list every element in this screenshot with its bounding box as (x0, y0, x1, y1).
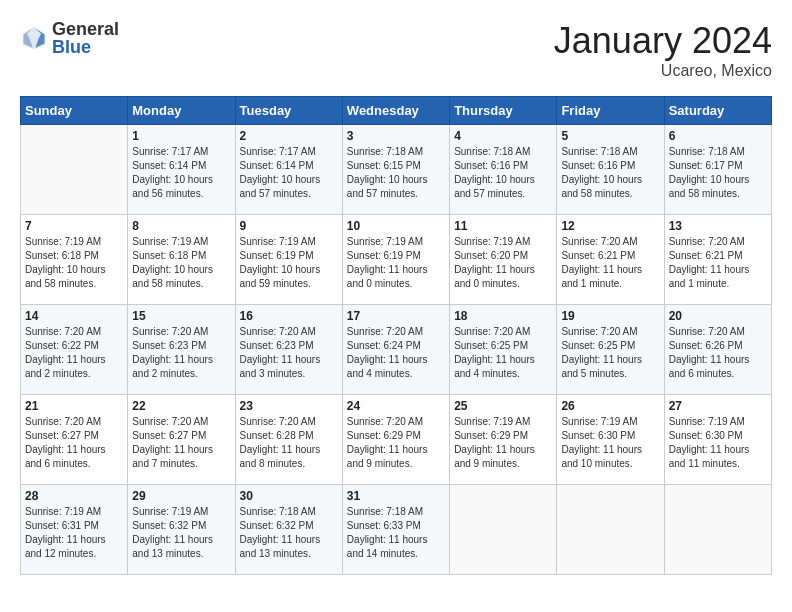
calendar-cell: 26Sunrise: 7:19 AMSunset: 6:30 PMDayligh… (557, 395, 664, 485)
day-number: 14 (25, 309, 123, 323)
day-info: Sunrise: 7:20 AMSunset: 6:25 PMDaylight:… (454, 325, 552, 381)
day-info: Sunrise: 7:17 AMSunset: 6:14 PMDaylight:… (132, 145, 230, 201)
day-info: Sunrise: 7:20 AMSunset: 6:28 PMDaylight:… (240, 415, 338, 471)
day-info: Sunrise: 7:19 AMSunset: 6:30 PMDaylight:… (561, 415, 659, 471)
day-number: 26 (561, 399, 659, 413)
calendar-cell: 3Sunrise: 7:18 AMSunset: 6:15 PMDaylight… (342, 125, 449, 215)
day-number: 28 (25, 489, 123, 503)
calendar-cell (21, 125, 128, 215)
calendar-cell (664, 485, 771, 575)
day-number: 3 (347, 129, 445, 143)
day-number: 11 (454, 219, 552, 233)
calendar-cell: 29Sunrise: 7:19 AMSunset: 6:32 PMDayligh… (128, 485, 235, 575)
day-info: Sunrise: 7:20 AMSunset: 6:29 PMDaylight:… (347, 415, 445, 471)
calendar-cell: 31Sunrise: 7:18 AMSunset: 6:33 PMDayligh… (342, 485, 449, 575)
calendar-cell: 20Sunrise: 7:20 AMSunset: 6:26 PMDayligh… (664, 305, 771, 395)
calendar-cell: 8Sunrise: 7:19 AMSunset: 6:18 PMDaylight… (128, 215, 235, 305)
day-info: Sunrise: 7:20 AMSunset: 6:25 PMDaylight:… (561, 325, 659, 381)
day-number: 15 (132, 309, 230, 323)
day-number: 4 (454, 129, 552, 143)
day-info: Sunrise: 7:17 AMSunset: 6:14 PMDaylight:… (240, 145, 338, 201)
calendar-cell: 30Sunrise: 7:18 AMSunset: 6:32 PMDayligh… (235, 485, 342, 575)
calendar-cell: 25Sunrise: 7:19 AMSunset: 6:29 PMDayligh… (450, 395, 557, 485)
header-day-wednesday: Wednesday (342, 97, 449, 125)
day-number: 17 (347, 309, 445, 323)
day-info: Sunrise: 7:20 AMSunset: 6:24 PMDaylight:… (347, 325, 445, 381)
calendar-cell: 16Sunrise: 7:20 AMSunset: 6:23 PMDayligh… (235, 305, 342, 395)
calendar-cell: 18Sunrise: 7:20 AMSunset: 6:25 PMDayligh… (450, 305, 557, 395)
day-info: Sunrise: 7:19 AMSunset: 6:20 PMDaylight:… (454, 235, 552, 291)
day-number: 21 (25, 399, 123, 413)
calendar-cell (450, 485, 557, 575)
day-number: 5 (561, 129, 659, 143)
day-info: Sunrise: 7:20 AMSunset: 6:26 PMDaylight:… (669, 325, 767, 381)
day-info: Sunrise: 7:18 AMSunset: 6:15 PMDaylight:… (347, 145, 445, 201)
calendar-cell: 27Sunrise: 7:19 AMSunset: 6:30 PMDayligh… (664, 395, 771, 485)
day-number: 27 (669, 399, 767, 413)
day-number: 22 (132, 399, 230, 413)
day-info: Sunrise: 7:19 AMSunset: 6:19 PMDaylight:… (240, 235, 338, 291)
calendar-week-5: 28Sunrise: 7:19 AMSunset: 6:31 PMDayligh… (21, 485, 772, 575)
day-info: Sunrise: 7:20 AMSunset: 6:27 PMDaylight:… (25, 415, 123, 471)
logo-text: General Blue (52, 20, 119, 56)
day-number: 31 (347, 489, 445, 503)
calendar-cell: 12Sunrise: 7:20 AMSunset: 6:21 PMDayligh… (557, 215, 664, 305)
month-title: January 2024 (554, 20, 772, 62)
header-day-saturday: Saturday (664, 97, 771, 125)
day-number: 6 (669, 129, 767, 143)
calendar-body: 1Sunrise: 7:17 AMSunset: 6:14 PMDaylight… (21, 125, 772, 575)
day-number: 20 (669, 309, 767, 323)
day-info: Sunrise: 7:19 AMSunset: 6:29 PMDaylight:… (454, 415, 552, 471)
day-info: Sunrise: 7:18 AMSunset: 6:16 PMDaylight:… (561, 145, 659, 201)
header-day-friday: Friday (557, 97, 664, 125)
day-info: Sunrise: 7:18 AMSunset: 6:17 PMDaylight:… (669, 145, 767, 201)
calendar-week-3: 14Sunrise: 7:20 AMSunset: 6:22 PMDayligh… (21, 305, 772, 395)
header-day-tuesday: Tuesday (235, 97, 342, 125)
logo-blue-text: Blue (52, 38, 119, 56)
day-info: Sunrise: 7:19 AMSunset: 6:19 PMDaylight:… (347, 235, 445, 291)
calendar-cell: 5Sunrise: 7:18 AMSunset: 6:16 PMDaylight… (557, 125, 664, 215)
calendar-cell: 11Sunrise: 7:19 AMSunset: 6:20 PMDayligh… (450, 215, 557, 305)
day-info: Sunrise: 7:20 AMSunset: 6:23 PMDaylight:… (240, 325, 338, 381)
day-info: Sunrise: 7:19 AMSunset: 6:31 PMDaylight:… (25, 505, 123, 561)
location: Ucareo, Mexico (554, 62, 772, 80)
calendar-cell: 15Sunrise: 7:20 AMSunset: 6:23 PMDayligh… (128, 305, 235, 395)
calendar-cell: 2Sunrise: 7:17 AMSunset: 6:14 PMDaylight… (235, 125, 342, 215)
day-number: 12 (561, 219, 659, 233)
day-info: Sunrise: 7:20 AMSunset: 6:22 PMDaylight:… (25, 325, 123, 381)
calendar-cell: 1Sunrise: 7:17 AMSunset: 6:14 PMDaylight… (128, 125, 235, 215)
day-number: 24 (347, 399, 445, 413)
day-number: 10 (347, 219, 445, 233)
calendar-cell (557, 485, 664, 575)
calendar-cell: 21Sunrise: 7:20 AMSunset: 6:27 PMDayligh… (21, 395, 128, 485)
day-number: 23 (240, 399, 338, 413)
day-info: Sunrise: 7:20 AMSunset: 6:21 PMDaylight:… (561, 235, 659, 291)
day-number: 18 (454, 309, 552, 323)
calendar-week-2: 7Sunrise: 7:19 AMSunset: 6:18 PMDaylight… (21, 215, 772, 305)
calendar-week-1: 1Sunrise: 7:17 AMSunset: 6:14 PMDaylight… (21, 125, 772, 215)
header-day-monday: Monday (128, 97, 235, 125)
calendar-cell: 9Sunrise: 7:19 AMSunset: 6:19 PMDaylight… (235, 215, 342, 305)
day-number: 13 (669, 219, 767, 233)
day-number: 16 (240, 309, 338, 323)
calendar-cell: 24Sunrise: 7:20 AMSunset: 6:29 PMDayligh… (342, 395, 449, 485)
day-number: 9 (240, 219, 338, 233)
header-day-sunday: Sunday (21, 97, 128, 125)
logo: General Blue (20, 20, 119, 56)
day-number: 25 (454, 399, 552, 413)
logo-icon (20, 24, 48, 52)
day-number: 1 (132, 129, 230, 143)
day-info: Sunrise: 7:18 AMSunset: 6:16 PMDaylight:… (454, 145, 552, 201)
calendar-cell: 6Sunrise: 7:18 AMSunset: 6:17 PMDaylight… (664, 125, 771, 215)
day-info: Sunrise: 7:19 AMSunset: 6:18 PMDaylight:… (25, 235, 123, 291)
day-number: 7 (25, 219, 123, 233)
calendar-cell: 10Sunrise: 7:19 AMSunset: 6:19 PMDayligh… (342, 215, 449, 305)
day-info: Sunrise: 7:20 AMSunset: 6:27 PMDaylight:… (132, 415, 230, 471)
calendar-cell: 28Sunrise: 7:19 AMSunset: 6:31 PMDayligh… (21, 485, 128, 575)
day-number: 2 (240, 129, 338, 143)
day-info: Sunrise: 7:18 AMSunset: 6:33 PMDaylight:… (347, 505, 445, 561)
day-number: 8 (132, 219, 230, 233)
calendar-cell: 22Sunrise: 7:20 AMSunset: 6:27 PMDayligh… (128, 395, 235, 485)
calendar-cell: 19Sunrise: 7:20 AMSunset: 6:25 PMDayligh… (557, 305, 664, 395)
day-info: Sunrise: 7:19 AMSunset: 6:30 PMDaylight:… (669, 415, 767, 471)
